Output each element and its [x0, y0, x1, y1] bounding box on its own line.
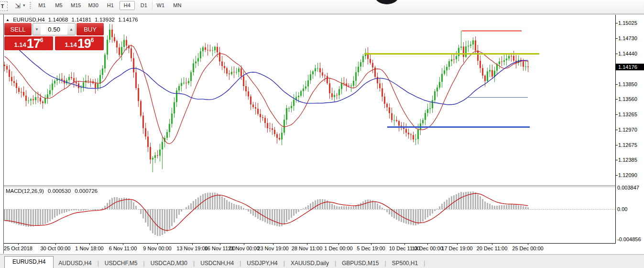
- tab-separator: |: [283, 258, 286, 268]
- volume-increase-button[interactable]: ▲: [67, 23, 75, 35]
- tab-usdchf-m5[interactable]: USDCHF,M5: [100, 258, 142, 268]
- timeframe-button-m30[interactable]: M30: [85, 1, 101, 10]
- close-value: 1.14176: [118, 17, 138, 22]
- timeframe-button-d1[interactable]: D1: [136, 1, 152, 10]
- ask-big-digits: 19: [77, 38, 91, 50]
- date-tick-label: 13 Nov 19:00: [176, 246, 207, 251]
- text-tool-icon[interactable]: T: [0, 1, 8, 11]
- open-value: 1.14068: [48, 17, 68, 22]
- tab-sp500-h1[interactable]: SP500,H1: [387, 258, 423, 268]
- macd-axis-label: 0.003847: [617, 185, 639, 190]
- ask-prefix: 1.14: [65, 40, 76, 50]
- price-tickmark: [616, 99, 618, 100]
- price-tick-label: 1.12970: [618, 127, 637, 133]
- tab-separator: |: [192, 258, 196, 268]
- price-tick-label: 1.14730: [618, 35, 637, 41]
- date-tickmark: [371, 244, 371, 245]
- date-tickmark: [307, 244, 307, 245]
- volume-input[interactable]: 0.50: [41, 23, 67, 35]
- mt4-workspace: T ⇲ ▾ M1M5M15M30H1H4D1W1MN ▲ EURUSD,H4 1…: [0, 0, 644, 268]
- date-tick-label: 9 Nov 00:00: [143, 246, 171, 251]
- toolbar-grip[interactable]: [30, 2, 31, 10]
- high-value: 1.14181: [72, 17, 92, 22]
- date-tickmark: [89, 244, 90, 245]
- tab-bar: EURUSD,H4AUDUSD,H4|USDCHF,M5|USDCAD,M30|…: [0, 256, 426, 268]
- symbol-period-label: EURUSD,H4: [13, 17, 44, 22]
- date-tick-label: 23 Nov 19:00: [257, 246, 288, 251]
- tab-xauusd-daily[interactable]: XAUUSD,Daily: [286, 258, 334, 268]
- price-tickmark: [616, 145, 618, 145]
- timeframe-button-m1[interactable]: M1: [34, 1, 50, 10]
- tab-usdcad-m30[interactable]: USDCAD,M30: [146, 258, 192, 268]
- tab-separator: |: [142, 258, 146, 268]
- price-tick-label: 1.12385: [618, 157, 637, 163]
- date-tick-label: 1 Nov 18:00: [75, 246, 103, 251]
- chart-title: ▲ EURUSD,H4 1.14068 1.14181 1.13932 1.14…: [6, 17, 140, 22]
- volume-decrease-button[interactable]: ▼: [33, 23, 41, 35]
- chart-tab-strip: EURUSD,H4AUDUSD,H4|USDCHF,M5|USDCAD,M30|…: [0, 254, 644, 268]
- ask-price-display[interactable]: 1.14 19 6: [55, 36, 104, 50]
- tab-gbpusd-m15[interactable]: GBPUSD,M15: [337, 258, 383, 268]
- price-tickmark: [616, 160, 618, 160]
- price-tickmark: [616, 114, 618, 115]
- tab-separator: |: [383, 258, 387, 268]
- price-tickmark: [616, 54, 618, 54]
- timeframe-button-h4[interactable]: H4: [120, 1, 135, 10]
- toolbar: T ⇲ ▾ M1M5M15M30H1H4D1W1MN: [0, 0, 644, 11]
- date-tickmark: [273, 244, 273, 245]
- collapse-trade-panel-icon[interactable]: ▲: [6, 18, 10, 22]
- date-tickmark: [492, 244, 492, 245]
- timeframe-button-w1[interactable]: W1: [153, 1, 168, 10]
- tab-separator: |: [239, 258, 242, 268]
- timeframe-button-h1[interactable]: H1: [103, 1, 118, 10]
- tab-separator: |: [334, 258, 337, 268]
- macd-axis-label: -0.004856: [617, 236, 641, 242]
- price-tickmark: [616, 175, 618, 176]
- date-tick-label: 21 Nov 00:00: [228, 246, 259, 251]
- macd-name: MACD(12,26,9): [6, 188, 44, 194]
- price-tickmark: [616, 38, 618, 39]
- tab-usdcnh-h4[interactable]: USDCNH,H4: [196, 258, 239, 268]
- buy-button[interactable]: BUY: [76, 23, 104, 35]
- date-tick-label: 25 Oct 2018: [4, 246, 33, 251]
- date-tickmark: [244, 244, 244, 245]
- date-tick-label: 20 Dec 11:00: [477, 246, 508, 251]
- one-click-trade-panel: SELL ▼ 0.50 ▲ BUY 1.14 17 6 1.14 19 6: [4, 23, 104, 50]
- macd-main-value: 0.000530: [48, 188, 71, 194]
- tab-usdjpy-h4[interactable]: USDJPY,H4: [242, 258, 282, 268]
- date-tickmark: [192, 244, 193, 245]
- price-tickmark: [616, 130, 618, 130]
- price-tickmark: [616, 84, 618, 85]
- dropdown-caret-icon[interactable]: ▾: [23, 3, 25, 8]
- macd-axis-label: 0.00: [617, 206, 627, 212]
- date-tick-label: 6 Nov 11:00: [109, 246, 137, 251]
- price-tick-label: 1.14440: [618, 51, 637, 56]
- sell-button[interactable]: SELL: [4, 23, 32, 35]
- tab-audusd-h4[interactable]: AUDUSD,H4: [54, 258, 96, 268]
- tab-eurusd-h4[interactable]: EURUSD,H4: [4, 256, 54, 268]
- timeframe-button-m5[interactable]: M5: [51, 1, 66, 10]
- bid-prefix: 1.14: [14, 40, 26, 50]
- price-tick-label: 1.12675: [618, 142, 637, 148]
- date-tickmark: [338, 244, 339, 245]
- timeframe-button-mn[interactable]: MN: [170, 1, 185, 10]
- date-tickmark: [457, 244, 458, 245]
- price-tick-label: 1.13265: [618, 112, 637, 117]
- date-tick-label: 25 Dec 00:00: [512, 246, 543, 251]
- timeframe-button-m15[interactable]: M15: [68, 1, 84, 10]
- macd-indicator-label: MACD(12,26,9) 0.000530 0.000726: [6, 188, 100, 194]
- bid-price-display[interactable]: 1.14 17 6: [4, 36, 53, 50]
- low-value: 1.13932: [95, 17, 115, 22]
- price-tick-label: 1.12090: [618, 172, 637, 178]
- date-tickmark: [55, 244, 56, 245]
- macd-signal-value: 0.000726: [75, 188, 98, 194]
- tab-separator: |: [97, 258, 100, 268]
- bid-big-digits: 17: [27, 38, 40, 50]
- price-tick-label: 1.13560: [618, 96, 637, 102]
- date-tick-label: 13 Dec 00:00: [412, 246, 443, 251]
- cursor-arrows-icon[interactable]: ⇲: [13, 1, 22, 10]
- date-tickmark: [157, 244, 158, 245]
- current-price-badge: 1.14176: [616, 64, 644, 70]
- tab-separator: |: [423, 258, 426, 268]
- date-tickmark: [404, 244, 405, 245]
